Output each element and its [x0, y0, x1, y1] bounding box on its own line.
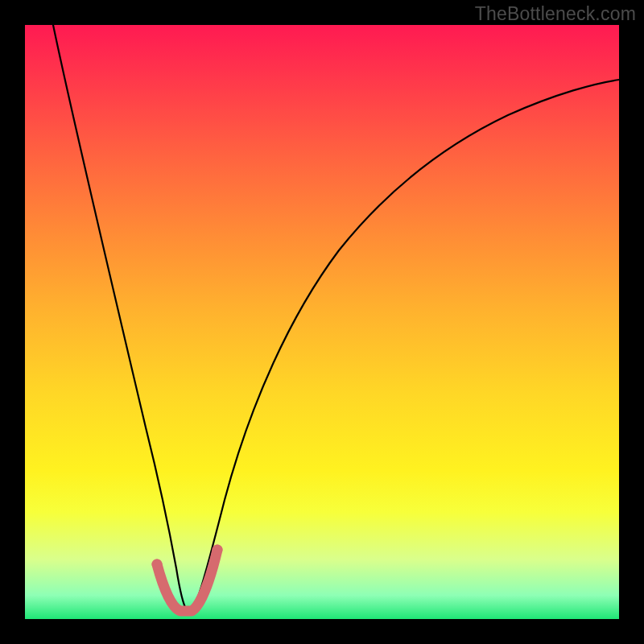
highlight-dot-right	[213, 545, 223, 555]
watermark-text: TheBottleneck.com	[475, 3, 636, 25]
plot-area	[25, 25, 619, 619]
highlight-dot-left	[152, 559, 163, 570]
chart-frame: TheBottleneck.com	[0, 0, 644, 644]
main-curve-path	[53, 25, 619, 611]
chart-svg	[25, 25, 619, 619]
